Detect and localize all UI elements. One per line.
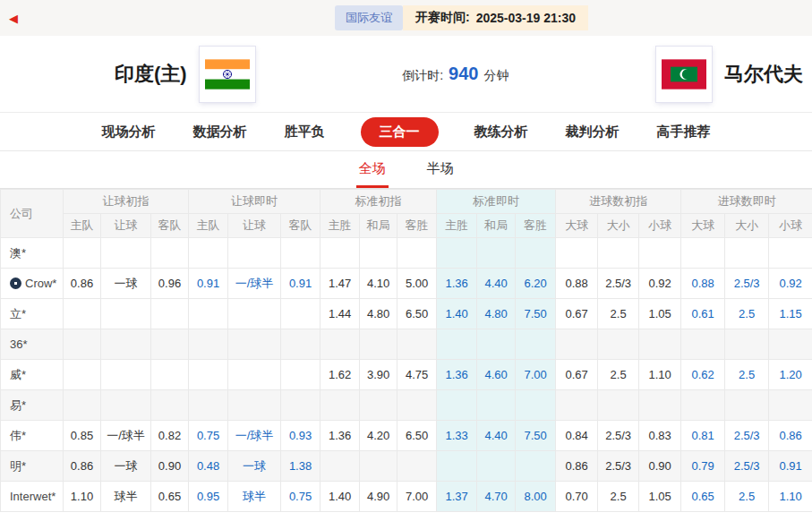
- odds-cell[interactable]: 2.5/3: [725, 269, 769, 299]
- odds-cell: 2.5: [598, 482, 639, 512]
- odds-cell: [769, 238, 812, 269]
- odds-cell[interactable]: 0.91: [769, 451, 812, 482]
- india-flag-icon: [200, 47, 255, 102]
- odds-cell: [228, 238, 281, 269]
- odds-cell: [556, 390, 598, 421]
- odds-cell[interactable]: 0.61: [681, 299, 725, 329]
- odds-cell[interactable]: 1.40: [437, 299, 477, 329]
- nav-tab-referee-analysis[interactable]: 裁判分析: [564, 118, 621, 146]
- group-header: 让球初指: [64, 190, 189, 214]
- company-name: 澳*: [10, 246, 26, 260]
- odds-cell[interactable]: 4.40: [477, 421, 516, 451]
- company-column-header: 公司: [1, 190, 64, 238]
- period-tab-half-match[interactable]: 半场: [424, 151, 457, 188]
- odds-cell[interactable]: 4.80: [477, 299, 516, 329]
- odds-cell[interactable]: 2.5: [725, 299, 769, 329]
- odds-cell: [556, 238, 598, 269]
- odds-cell[interactable]: 1.20: [769, 360, 812, 390]
- odds-cell: [681, 329, 725, 360]
- sub-column-header: 客队: [151, 214, 189, 238]
- odds-cell[interactable]: 0.79: [681, 451, 725, 482]
- odds-cell: [228, 390, 281, 421]
- company-name: 威*: [10, 368, 26, 381]
- odds-cell[interactable]: 0.62: [681, 360, 725, 390]
- odds-cell[interactable]: 1.36: [437, 269, 477, 299]
- odds-cell: [681, 390, 725, 421]
- odds-cell: [151, 390, 189, 421]
- nav-tab-live-analysis[interactable]: 现场分析: [100, 118, 158, 146]
- odds-cell: [228, 299, 281, 329]
- odds-cell: [321, 329, 360, 360]
- nav-tab-coach-analysis[interactable]: 教练分析: [473, 118, 530, 146]
- odds-cell[interactable]: 6.20: [516, 269, 556, 299]
- odds-cell[interactable]: 0.92: [769, 269, 812, 299]
- odds-cell[interactable]: 4.40: [477, 269, 516, 299]
- odds-cell[interactable]: 0.65: [681, 482, 725, 512]
- odds-cell[interactable]: 0.91: [189, 269, 228, 299]
- nav-tab-three-in-one[interactable]: 三合一: [361, 117, 439, 147]
- odds-cell[interactable]: 1.38: [281, 451, 321, 482]
- odds-cell: 1.47: [321, 269, 360, 299]
- odds-cell: [64, 329, 101, 360]
- odds-cell[interactable]: 4.70: [477, 482, 516, 512]
- company-name: 立*: [10, 307, 26, 320]
- odds-cell: [151, 360, 189, 390]
- odds-cell[interactable]: 7.00: [516, 360, 556, 390]
- odds-cell: 0.86: [556, 451, 598, 482]
- odds-cell[interactable]: 0.48: [189, 451, 228, 482]
- odds-cell[interactable]: 0.75: [281, 482, 321, 512]
- odds-cell: [321, 390, 360, 421]
- odds-cell[interactable]: 一球: [228, 451, 281, 482]
- odds-cell: [101, 299, 151, 329]
- league-badge[interactable]: 国际友谊: [335, 5, 403, 30]
- odds-cell[interactable]: 1.15: [769, 299, 812, 329]
- nav-tab-data-analysis[interactable]: 数据分析: [192, 118, 249, 146]
- odds-cell[interactable]: 1.37: [437, 482, 477, 512]
- odds-cell[interactable]: 0.95: [189, 482, 228, 512]
- odds-cell[interactable]: 一/球半: [228, 421, 281, 451]
- odds-cell[interactable]: 1.10: [769, 482, 812, 512]
- odds-cell[interactable]: 0.91: [281, 269, 321, 299]
- company-name: Crow*: [25, 277, 56, 290]
- odds-cell: [477, 451, 516, 482]
- odds-cell: [516, 390, 556, 421]
- odds-row: Crow*0.86一球0.960.91一/球半0.911.474.105.001…: [1, 269, 812, 299]
- odds-cell[interactable]: 7.50: [516, 421, 556, 451]
- odds-cell: [516, 238, 556, 269]
- odds-cell: [189, 238, 228, 269]
- odds-cell[interactable]: 1.33: [437, 421, 477, 451]
- odds-cell[interactable]: 2.5: [725, 482, 769, 512]
- odds-table: 公司让球初指让球即时标准初指标准即时进球数初指进球数即时主队让球客队主队让球客队…: [0, 189, 812, 512]
- odds-cell[interactable]: 0.88: [681, 269, 725, 299]
- odds-cell: 1.40: [321, 482, 360, 512]
- odds-cell[interactable]: 2.5/3: [725, 421, 769, 451]
- nav-tab-win-draw-lose[interactable]: 胜平负: [283, 118, 327, 146]
- period-tab-full-match[interactable]: 全场: [356, 151, 389, 188]
- odds-cell[interactable]: 2.5: [725, 360, 769, 390]
- odds-cell[interactable]: 2.5/3: [725, 451, 769, 482]
- odds-cell: 1.05: [639, 299, 681, 329]
- company-cell: Crow*: [1, 269, 64, 299]
- odds-cell[interactable]: 0.86: [769, 421, 812, 451]
- odds-cell: 0.86: [64, 451, 101, 482]
- odds-cell: [397, 451, 437, 482]
- odds-cell[interactable]: 0.81: [681, 421, 725, 451]
- back-arrow-icon[interactable]: ◀: [9, 12, 18, 25]
- odds-cell[interactable]: 0.75: [189, 421, 228, 451]
- odds-cell: 1.36: [321, 421, 360, 451]
- odds-cell[interactable]: 4.60: [477, 360, 516, 390]
- odds-cell[interactable]: 球半: [228, 482, 281, 512]
- odds-cell: 2.5/3: [598, 451, 639, 482]
- odds-cell: 0.65: [151, 482, 189, 512]
- nav-tabs: 现场分析数据分析胜平负三合一教练分析裁判分析高手推荐: [0, 112, 812, 151]
- odds-cell[interactable]: 0.93: [281, 421, 321, 451]
- odds-cell: [151, 299, 189, 329]
- odds-cell: 6.50: [397, 421, 437, 451]
- odds-cell[interactable]: 1.36: [437, 360, 477, 390]
- odds-cell[interactable]: 一/球半: [228, 269, 281, 299]
- odds-cell[interactable]: 8.00: [516, 482, 556, 512]
- odds-cell: [725, 238, 769, 269]
- odds-cell[interactable]: 7.50: [516, 299, 556, 329]
- company-name: 36*: [10, 337, 28, 351]
- nav-tab-expert-picks[interactable]: 高手推荐: [655, 118, 713, 146]
